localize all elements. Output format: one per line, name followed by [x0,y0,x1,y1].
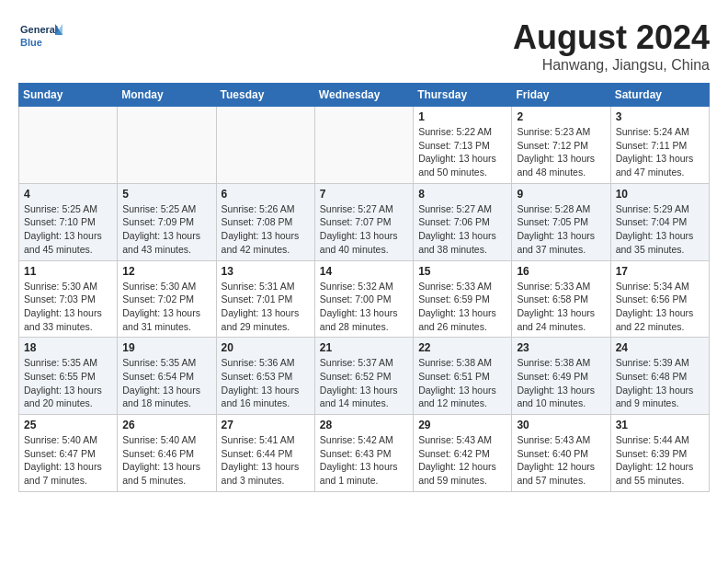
day-info: Sunrise: 5:40 AM Sunset: 6:47 PM Dayligh… [24,433,112,488]
day-info: Sunrise: 5:27 AM Sunset: 7:07 PM Dayligh… [320,202,408,257]
weekday-header-saturday: Saturday [610,84,709,107]
weekday-header-tuesday: Tuesday [216,84,314,107]
day-number: 27 [222,419,310,431]
weekday-header-monday: Monday [118,84,216,107]
month-year: August 2024 [513,18,710,57]
calendar-cell: 26Sunrise: 5:40 AM Sunset: 6:46 PM Dayli… [118,415,216,492]
day-number: 9 [517,188,605,201]
day-info: Sunrise: 5:41 AM Sunset: 6:44 PM Dayligh… [222,433,310,488]
day-number: 28 [320,419,408,431]
calendar-body: 1Sunrise: 5:22 AM Sunset: 7:13 PM Daylig… [19,107,710,492]
day-info: Sunrise: 5:39 AM Sunset: 6:48 PM Dayligh… [616,356,704,410]
weekday-header-thursday: Thursday [414,84,512,107]
calendar-cell: 28Sunrise: 5:42 AM Sunset: 6:43 PM Dayli… [314,415,413,492]
calendar-week-4: 18Sunrise: 5:35 AM Sunset: 6:55 PM Dayli… [19,338,710,415]
calendar-cell: 27Sunrise: 5:41 AM Sunset: 6:44 PM Dayli… [216,415,314,492]
day-number: 2 [517,110,605,123]
day-info: Sunrise: 5:43 AM Sunset: 6:42 PM Dayligh… [418,433,506,488]
calendar-cell: 31Sunrise: 5:44 AM Sunset: 6:39 PM Dayli… [610,415,709,492]
calendar-cell: 22Sunrise: 5:38 AM Sunset: 6:51 PM Dayli… [414,338,512,415]
calendar-week-5: 25Sunrise: 5:40 AM Sunset: 6:47 PM Dayli… [19,415,710,492]
day-info: Sunrise: 5:37 AM Sunset: 6:52 PM Dayligh… [320,356,408,410]
calendar-cell [314,107,413,184]
calendar-cell: 4Sunrise: 5:25 AM Sunset: 7:10 PM Daylig… [19,183,118,260]
day-info: Sunrise: 5:28 AM Sunset: 7:05 PM Dayligh… [517,202,605,257]
day-info: Sunrise: 5:33 AM Sunset: 6:58 PM Dayligh… [517,280,605,334]
day-info: Sunrise: 5:35 AM Sunset: 6:54 PM Dayligh… [122,356,210,410]
calendar-cell: 13Sunrise: 5:31 AM Sunset: 7:01 PM Dayli… [216,260,314,338]
day-number: 21 [320,341,408,354]
logo-svg: General Blue [18,18,64,55]
day-number: 1 [418,110,506,123]
calendar-cell: 30Sunrise: 5:43 AM Sunset: 6:40 PM Dayli… [512,415,610,492]
calendar-cell [216,107,314,184]
day-info: Sunrise: 5:31 AM Sunset: 7:01 PM Dayligh… [222,280,310,334]
calendar-week-3: 11Sunrise: 5:30 AM Sunset: 7:03 PM Dayli… [19,260,710,338]
day-number: 11 [24,265,112,278]
day-number: 4 [24,188,112,201]
svg-text:Blue: Blue [20,37,42,48]
calendar-cell: 23Sunrise: 5:38 AM Sunset: 6:49 PM Dayli… [512,338,610,415]
day-number: 6 [222,188,310,201]
day-info: Sunrise: 5:22 AM Sunset: 7:13 PM Dayligh… [418,125,506,179]
day-info: Sunrise: 5:40 AM Sunset: 6:46 PM Dayligh… [122,433,210,488]
location: Hanwang, Jiangsu, China [513,57,710,74]
calendar-cell: 8Sunrise: 5:27 AM Sunset: 7:06 PM Daylig… [414,183,512,260]
day-number: 3 [616,110,704,123]
day-number: 14 [320,265,408,278]
day-number: 18 [24,341,112,354]
calendar-cell: 20Sunrise: 5:36 AM Sunset: 6:53 PM Dayli… [216,338,314,415]
day-number: 30 [517,419,605,431]
calendar-cell: 14Sunrise: 5:32 AM Sunset: 7:00 PM Dayli… [314,260,413,338]
calendar-cell: 19Sunrise: 5:35 AM Sunset: 6:54 PM Dayli… [118,338,216,415]
day-info: Sunrise: 5:36 AM Sunset: 6:53 PM Dayligh… [222,356,310,410]
day-number: 19 [122,341,210,354]
day-number: 13 [222,265,310,278]
day-info: Sunrise: 5:32 AM Sunset: 7:00 PM Dayligh… [320,280,408,334]
calendar-cell: 11Sunrise: 5:30 AM Sunset: 7:03 PM Dayli… [19,260,118,338]
calendar-cell: 2Sunrise: 5:23 AM Sunset: 7:12 PM Daylig… [512,107,610,184]
weekday-header-wednesday: Wednesday [314,84,413,107]
calendar-cell: 12Sunrise: 5:30 AM Sunset: 7:02 PM Dayli… [118,260,216,338]
day-info: Sunrise: 5:26 AM Sunset: 7:08 PM Dayligh… [222,202,310,257]
calendar-cell: 25Sunrise: 5:40 AM Sunset: 6:47 PM Dayli… [19,415,118,492]
day-number: 12 [122,265,210,278]
day-number: 7 [320,188,408,201]
day-info: Sunrise: 5:38 AM Sunset: 6:51 PM Dayligh… [418,356,506,410]
calendar-cell: 7Sunrise: 5:27 AM Sunset: 7:07 PM Daylig… [314,183,413,260]
day-number: 15 [418,265,506,278]
day-number: 24 [616,341,704,354]
calendar-cell: 17Sunrise: 5:34 AM Sunset: 6:56 PM Dayli… [610,260,709,338]
day-number: 29 [418,419,506,431]
calendar-header: SundayMondayTuesdayWednesdayThursdayFrid… [19,84,710,107]
logo: General Blue [18,18,64,55]
calendar-cell: 16Sunrise: 5:33 AM Sunset: 6:58 PM Dayli… [512,260,610,338]
calendar-cell: 9Sunrise: 5:28 AM Sunset: 7:05 PM Daylig… [512,183,610,260]
calendar-cell [19,107,118,184]
day-number: 31 [616,419,704,431]
weekday-row: SundayMondayTuesdayWednesdayThursdayFrid… [19,84,710,107]
day-info: Sunrise: 5:25 AM Sunset: 7:09 PM Dayligh… [122,202,210,257]
calendar-cell: 5Sunrise: 5:25 AM Sunset: 7:09 PM Daylig… [118,183,216,260]
day-number: 25 [24,419,112,431]
day-info: Sunrise: 5:34 AM Sunset: 6:56 PM Dayligh… [616,280,704,334]
day-info: Sunrise: 5:30 AM Sunset: 7:03 PM Dayligh… [24,280,112,334]
calendar-cell: 29Sunrise: 5:43 AM Sunset: 6:42 PM Dayli… [414,415,512,492]
day-number: 20 [222,341,310,354]
calendar-week-2: 4Sunrise: 5:25 AM Sunset: 7:10 PM Daylig… [19,183,710,260]
day-info: Sunrise: 5:30 AM Sunset: 7:02 PM Dayligh… [122,280,210,334]
title-block: August 2024 Hanwang, Jiangsu, China [513,18,710,74]
day-info: Sunrise: 5:24 AM Sunset: 7:11 PM Dayligh… [616,125,704,179]
day-number: 22 [418,341,506,354]
day-info: Sunrise: 5:42 AM Sunset: 6:43 PM Dayligh… [320,433,408,488]
calendar-cell: 3Sunrise: 5:24 AM Sunset: 7:11 PM Daylig… [610,107,709,184]
calendar-week-1: 1Sunrise: 5:22 AM Sunset: 7:13 PM Daylig… [19,107,710,184]
day-info: Sunrise: 5:29 AM Sunset: 7:04 PM Dayligh… [616,202,704,257]
day-info: Sunrise: 5:44 AM Sunset: 6:39 PM Dayligh… [616,433,704,488]
calendar-cell: 21Sunrise: 5:37 AM Sunset: 6:52 PM Dayli… [314,338,413,415]
day-number: 26 [122,419,210,431]
calendar-cell [118,107,216,184]
day-number: 16 [517,265,605,278]
calendar-table: SundayMondayTuesdayWednesdayThursdayFrid… [18,83,710,492]
page-header: General Blue August 2024 Hanwang, Jiangs… [18,18,710,74]
